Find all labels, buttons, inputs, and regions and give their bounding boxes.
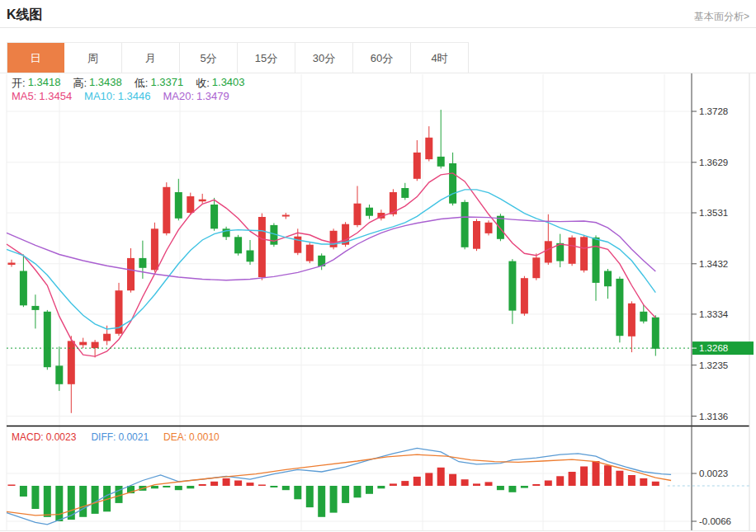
candle: [604, 271, 612, 287]
macd-tick-label: 0.0023: [699, 468, 728, 478]
candle: [103, 334, 111, 341]
macd-histogram-bar: [247, 483, 254, 486]
candle: [401, 188, 409, 198]
candle: [580, 237, 588, 271]
macd-histogram-bar: [20, 486, 27, 497]
candle: [92, 342, 99, 349]
candle: [532, 257, 540, 278]
macd-histogram-bar: [521, 486, 528, 488]
macd-histogram-bar: [44, 486, 51, 517]
candle: [8, 263, 16, 266]
macd-histogram-bar: [425, 473, 432, 486]
candle: [485, 223, 493, 233]
macd-histogram-bar: [258, 485, 266, 487]
candle: [234, 237, 242, 253]
macd-histogram-bar: [294, 486, 301, 499]
last-price-label: 1.3268: [699, 343, 728, 353]
macd-histogram-bar: [390, 483, 397, 486]
candle: [425, 138, 432, 159]
candle: [306, 245, 314, 261]
macd-histogram-bar: [401, 481, 409, 486]
candle: [545, 241, 552, 262]
macd-histogram-bar: [616, 471, 623, 486]
candle: [68, 341, 75, 384]
macd-histogram-bar: [330, 486, 338, 513]
macd-histogram-bar: [210, 482, 218, 486]
macd-histogram-bar: [79, 486, 87, 517]
macd-tick-label: -0.0066: [699, 516, 731, 526]
macd-histogram-bar: [318, 486, 325, 517]
macd-histogram-bar: [437, 468, 445, 486]
macd-histogram-bar: [234, 481, 242, 487]
macd-histogram-bar: [199, 484, 206, 486]
macd-histogram-bar: [306, 486, 314, 507]
candle: [497, 216, 504, 239]
candle: [187, 196, 194, 213]
macd-histogram-bar: [92, 486, 99, 514]
macd-histogram-bar: [175, 486, 182, 490]
candle: [616, 279, 623, 336]
macd-histogram-bar: [31, 486, 39, 509]
macd-histogram-bar: [640, 478, 647, 486]
candle: [569, 238, 576, 264]
macd-histogram-bar: [532, 484, 540, 486]
macd-histogram-bar: [223, 478, 230, 486]
macd-histogram-bar: [342, 486, 349, 503]
candle: [20, 271, 27, 306]
price-tick-label: 1.3432: [699, 259, 728, 269]
price-tick-label: 1.3531: [699, 208, 728, 218]
candle: [652, 318, 659, 349]
macd-histogram-bar: [55, 486, 63, 521]
candle: [247, 251, 254, 262]
macd-histogram-bar: [151, 486, 158, 488]
kline-chart[interactable]: 1.37281.36291.35311.34321.33341.32351.31…: [0, 0, 756, 532]
macd-histogram-bar: [8, 485, 16, 487]
candle: [508, 261, 516, 311]
candle: [139, 258, 146, 268]
candle: [79, 342, 87, 346]
macd-histogram-bar: [270, 486, 277, 487]
macd-histogram-bar: [652, 482, 659, 486]
candle: [199, 200, 206, 202]
price-tick-label: 1.3629: [699, 158, 728, 167]
macd-histogram-bar: [473, 483, 480, 486]
candle: [473, 221, 480, 249]
candle: [55, 365, 63, 384]
candle: [628, 304, 636, 337]
candle: [31, 306, 39, 310]
macd-histogram-bar: [628, 475, 636, 486]
price-tick-label: 1.3235: [699, 360, 728, 370]
candle: [461, 202, 469, 247]
candle: [223, 228, 230, 237]
candle: [163, 187, 170, 233]
candle: [366, 208, 373, 216]
candle: [258, 217, 266, 277]
macd-histogram-bar: [556, 476, 564, 486]
candle: [175, 192, 182, 219]
candle: [330, 231, 338, 247]
candle: [640, 312, 647, 322]
macd-histogram-bar: [580, 467, 588, 487]
macd-histogram-bar: [187, 486, 194, 488]
price-tick-label: 1.3334: [699, 309, 729, 319]
macd-histogram-bar: [366, 486, 373, 494]
candle: [127, 258, 135, 290]
macd-histogram-bar: [569, 472, 576, 486]
candle: [413, 153, 421, 179]
kline-widget: K线图 基本面分析> 日周月5分15分30分60分4时 开:1.3418 高:1…: [0, 0, 756, 532]
macd-histogram-bar: [163, 486, 170, 487]
candle: [449, 163, 456, 204]
candle: [282, 215, 290, 217]
price-tick-label: 1.3136: [699, 412, 728, 421]
macd-histogram-bar: [413, 477, 421, 486]
candle: [437, 157, 445, 167]
macd-histogram-bar: [593, 461, 600, 486]
candle: [44, 312, 51, 367]
candle: [210, 205, 218, 228]
macd-histogram-bar: [485, 482, 493, 486]
macd-histogram-bar: [449, 474, 456, 486]
macd-histogram-bar: [461, 479, 469, 486]
candle: [521, 278, 528, 313]
candle: [593, 238, 600, 283]
macd-histogram-bar: [497, 486, 504, 490]
